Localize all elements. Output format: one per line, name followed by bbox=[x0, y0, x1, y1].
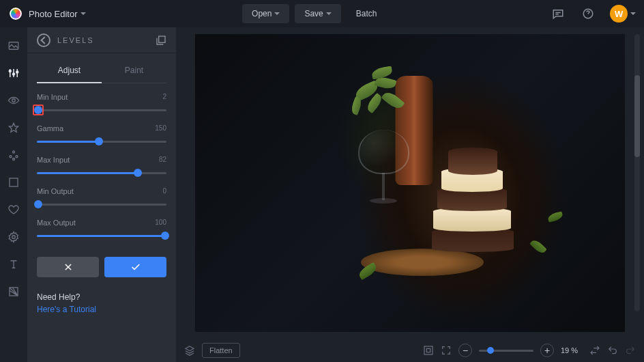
heart-icon[interactable] bbox=[8, 204, 20, 216]
svg-point-2 bbox=[9, 70, 11, 72]
slider-value: 2 bbox=[162, 93, 166, 101]
help-tutorial-link[interactable]: Here's a Tutorial bbox=[37, 305, 166, 314]
expand-icon[interactable] bbox=[441, 345, 452, 356]
slider-value: 82 bbox=[159, 156, 166, 164]
slider-value: 0 bbox=[162, 187, 166, 195]
toolrail bbox=[0, 27, 27, 362]
slider-label: Max Input bbox=[37, 156, 70, 164]
panel-title: LEVELS bbox=[57, 36, 94, 44]
layers-icon[interactable] bbox=[184, 345, 195, 356]
photo-canvas[interactable] bbox=[195, 34, 625, 332]
help-section: Need Help? Here's a Tutorial bbox=[27, 288, 176, 318]
tab-paint[interactable]: Paint bbox=[102, 66, 166, 83]
fit-screen-icon[interactable] bbox=[423, 345, 434, 356]
help-title: Need Help? bbox=[37, 292, 166, 302]
eye-icon[interactable] bbox=[8, 94, 20, 107]
compare-icon[interactable] bbox=[156, 35, 166, 46]
cancel-button[interactable] bbox=[37, 257, 99, 277]
slider-track[interactable] bbox=[37, 137, 166, 146]
bottombar: Flatten − + 19 % bbox=[176, 339, 644, 362]
slider-track[interactable] bbox=[37, 231, 166, 240]
gear-icon[interactable] bbox=[8, 231, 20, 243]
zoom-controls: − + 19 % bbox=[458, 344, 583, 357]
slider-label: Max Output bbox=[37, 219, 76, 227]
levels-panel: LEVELS Adjust Paint Min Input2 Gamma150 … bbox=[27, 27, 176, 362]
avatar: W bbox=[610, 5, 628, 23]
svg-rect-13 bbox=[159, 36, 165, 42]
compare-toggle-icon[interactable] bbox=[589, 345, 600, 356]
zoom-slider[interactable] bbox=[479, 350, 533, 352]
slider-track[interactable] bbox=[37, 168, 166, 178]
svg-point-9 bbox=[13, 158, 15, 161]
svg-rect-15 bbox=[426, 348, 430, 352]
help-icon[interactable] bbox=[579, 4, 598, 23]
comment-icon[interactable] bbox=[548, 4, 568, 23]
app-logo bbox=[8, 6, 23, 21]
slider-value: 100 bbox=[155, 219, 166, 227]
slider-min-output: Min Output0 bbox=[37, 187, 166, 209]
undo-icon[interactable] bbox=[607, 345, 618, 356]
slider-track[interactable] bbox=[37, 105, 166, 115]
zoom-in-button[interactable]: + bbox=[540, 344, 554, 357]
topbar: Photo Editor Open Save Batch W bbox=[0, 0, 644, 27]
slider-label: Gamma bbox=[37, 124, 63, 133]
slider-label: Min Input bbox=[37, 93, 68, 101]
app-title-dropdown[interactable]: Photo Editor bbox=[29, 9, 86, 19]
svg-point-5 bbox=[12, 99, 16, 102]
svg-point-3 bbox=[13, 73, 15, 75]
save-button[interactable]: Save bbox=[295, 4, 340, 23]
slider-gamma: Gamma150 bbox=[37, 124, 166, 146]
apply-button[interactable] bbox=[104, 257, 166, 277]
tab-adjust[interactable]: Adjust bbox=[37, 66, 102, 83]
canvas-area: Flatten − + 19 % bbox=[176, 27, 644, 362]
slider-label: Min Output bbox=[37, 187, 74, 195]
svg-point-7 bbox=[10, 156, 12, 158]
zoom-label: 19 % bbox=[561, 346, 583, 354]
flatten-button[interactable]: Flatten bbox=[202, 343, 240, 358]
batch-button[interactable]: Batch bbox=[347, 4, 387, 23]
check-icon bbox=[130, 262, 141, 273]
svg-rect-14 bbox=[424, 346, 433, 354]
nodes-icon[interactable] bbox=[8, 149, 20, 161]
account-menu[interactable]: W bbox=[603, 5, 636, 23]
sliders-group: Min Input2 Gamma150 Max Input82 Min Outp… bbox=[27, 83, 176, 250]
open-button[interactable]: Open bbox=[242, 4, 289, 23]
sliders-icon[interactable] bbox=[8, 67, 20, 79]
slider-min-input: Min Input2 bbox=[37, 93, 166, 115]
svg-rect-10 bbox=[10, 178, 18, 186]
panel-back-button[interactable] bbox=[37, 33, 50, 47]
image-icon[interactable] bbox=[8, 40, 20, 52]
svg-point-11 bbox=[12, 236, 16, 239]
texture-icon[interactable] bbox=[8, 286, 20, 298]
svg-point-8 bbox=[16, 156, 18, 158]
square-icon[interactable] bbox=[8, 176, 20, 189]
slider-max-output: Max Output100 bbox=[37, 219, 166, 240]
zoom-out-button[interactable]: − bbox=[458, 344, 472, 357]
redo-icon[interactable] bbox=[625, 345, 636, 356]
panel-tabs: Adjust Paint bbox=[37, 66, 166, 83]
slider-max-input: Max Input82 bbox=[37, 156, 166, 178]
svg-point-4 bbox=[16, 71, 18, 73]
star-icon[interactable] bbox=[8, 122, 20, 134]
highlight-marker bbox=[33, 105, 44, 115]
slider-track[interactable] bbox=[37, 199, 166, 209]
svg-point-6 bbox=[13, 151, 15, 153]
text-icon[interactable] bbox=[8, 258, 20, 270]
slider-value: 150 bbox=[155, 124, 166, 133]
vertical-scrollbar[interactable] bbox=[634, 34, 640, 311]
close-icon bbox=[63, 262, 73, 272]
